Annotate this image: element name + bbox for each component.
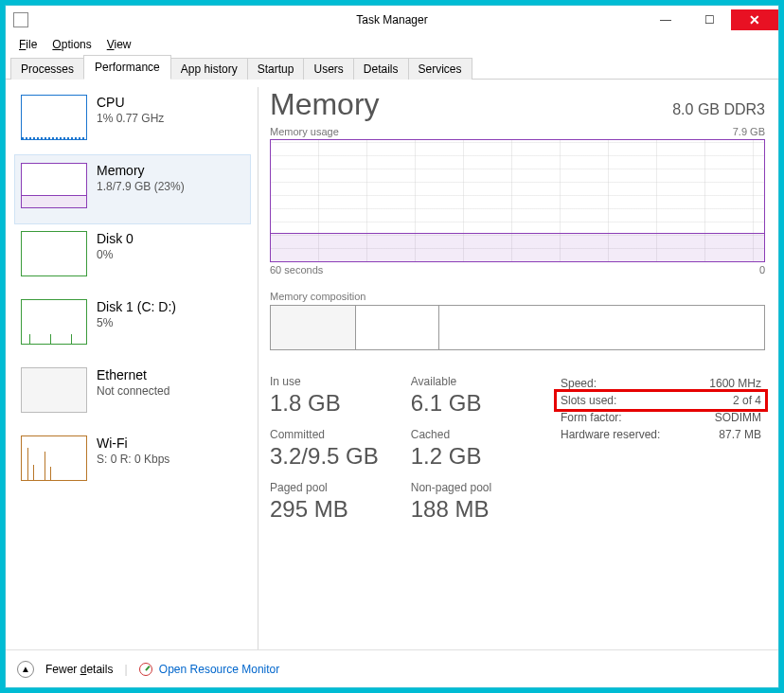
stat-label: Slots used: [561,394,616,407]
chevron-up-icon[interactable]: ▲ [17,661,34,678]
sidebar-label: Memory [97,163,185,178]
stat-paged-pool: Paged pool 295 MB [270,481,379,523]
titlebar[interactable]: Task Manager — ☐ ✕ [6,6,778,34]
memory-thumbnail [21,163,87,208]
separator: | [124,663,127,676]
close-button[interactable]: ✕ [731,9,778,30]
stat-cached: Cached 1.2 GB [411,428,491,470]
sidebar-label: Wi-Fi [97,435,169,451]
stat-value: SODIMM [715,411,761,424]
tab-processes[interactable]: Processes [10,58,84,80]
disk0-thumbnail [21,231,87,276]
resource-monitor-icon [139,663,152,676]
stats-section: In use 1.8 GB Available 6.1 GB Committed… [270,375,765,523]
menu-view[interactable]: View [99,36,139,53]
stat-value: 87.7 MB [719,428,761,441]
stat-nonpaged-pool: Non-paged pool 188 MB [411,481,491,523]
sidebar-sublabel: 5% [97,316,176,329]
tab-services[interactable]: Services [408,58,472,80]
sidebar-item-ethernet[interactable]: Ethernet Not connected [15,360,250,428]
sidebar-label: Disk 0 [97,231,134,246]
stat-label: Non-paged pool [411,481,491,494]
sidebar-sublabel: S: 0 R: 0 Kbps [97,453,169,466]
stat-value: 1.2 GB [411,443,491,470]
tab-details[interactable]: Details [353,58,409,80]
usage-label-row: Memory usage 7.9 GB [270,126,765,137]
stat-form-factor: Form factor: SODIMM [557,409,765,426]
sidebar-sublabel: 0% [97,248,134,261]
tab-app-history[interactable]: App history [170,58,248,80]
stat-label: Speed: [561,377,597,390]
stat-slots-used: Slots used: 2 of 4 [557,392,765,409]
stat-label: Hardware reserved: [561,428,660,441]
footer: ▲ Fewer details | Open Resource Monitor [6,649,778,687]
stat-available: Available 6.1 GB [411,375,491,417]
sidebar-item-disk0[interactable]: Disk 0 0% [15,223,250,292]
stat-label: In use [270,375,379,388]
tab-users[interactable]: Users [303,58,353,80]
stat-value: 3.2/9.5 GB [270,443,379,470]
task-manager-window: Task Manager — ☐ ✕ File Options View Pro… [5,5,779,688]
fewer-details-link[interactable]: Fewer details [45,663,113,676]
app-icon [13,12,28,27]
stat-value: 1.8 GB [270,390,379,417]
stat-value: 188 MB [411,496,491,523]
disk1-thumbnail [21,299,87,345]
composition-section: Memory composition [270,289,765,350]
stat-label: Paged pool [270,481,379,494]
composition-segment-3 [439,306,764,349]
tab-startup[interactable]: Startup [247,58,305,80]
usage-xaxis: 60 seconds 0 [270,264,765,275]
maximize-button[interactable]: ☐ [687,9,731,30]
open-resource-monitor[interactable]: Open Resource Monitor [139,663,280,676]
memory-usage-graph [270,139,765,262]
sidebar-label: Ethernet [97,367,169,382]
vertical-divider[interactable] [258,87,258,649]
stat-label: Available [411,375,491,388]
sidebar-label: Disk 1 (C: D:) [97,299,176,314]
sidebar: CPU 1% 0.77 GHz Memory 1.8/7.9 GB (23%) … [15,87,250,649]
page-title: Memory [270,87,380,122]
stats-right: Speed: 1600 MHz Slots used: 2 of 4 Form … [557,375,765,523]
stats-left: In use 1.8 GB Available 6.1 GB Committed… [270,375,491,523]
sidebar-item-disk1[interactable]: Disk 1 (C: D:) 5% [15,292,250,360]
usage-label: Memory usage [270,126,339,137]
sidebar-item-cpu[interactable]: CPU 1% 0.77 GHz [15,87,250,155]
stat-label: Form factor: [561,411,622,424]
tabbar: Processes Performance App history Startu… [6,55,778,80]
main-panel: Memory 8.0 GB DDR3 Memory usage 7.9 GB 6… [266,87,769,649]
ethernet-thumbnail [21,367,87,413]
window-title: Task Manager [356,13,427,27]
open-resource-monitor-link[interactable]: Open Resource Monitor [159,663,279,676]
stat-committed: Committed 3.2/9.5 GB [270,428,379,470]
stat-label: Cached [411,428,491,441]
composition-segment-2 [356,306,439,349]
cpu-thumbnail [21,95,87,140]
sidebar-label: CPU [97,95,164,110]
composition-segment-1 [271,306,356,349]
sidebar-sublabel: Not connected [97,384,169,398]
stat-in-use: In use 1.8 GB [270,375,379,417]
memory-capacity: 8.0 GB DDR3 [672,101,765,118]
stat-label: Committed [270,428,379,441]
menu-options[interactable]: Options [45,36,98,53]
xaxis-left: 60 seconds [270,264,323,275]
sidebar-item-memory[interactable]: Memory 1.8/7.9 GB (23%) [15,155,250,223]
tab-performance[interactable]: Performance [83,55,171,80]
wifi-thumbnail [21,435,87,481]
minimize-button[interactable]: — [644,9,687,30]
memory-composition-bar [270,305,765,350]
usage-max: 7.9 GB [733,126,765,137]
menubar: File Options View [6,34,778,55]
stat-value: 1600 MHz [709,377,761,390]
window-controls: — ☐ ✕ [644,9,778,30]
stat-speed: Speed: 1600 MHz [557,375,765,392]
sidebar-sublabel: 1% 0.77 GHz [97,112,164,125]
content: CPU 1% 0.77 GHz Memory 1.8/7.9 GB (23%) … [6,80,778,649]
sidebar-item-wifi[interactable]: Wi-Fi S: 0 R: 0 Kbps [15,428,250,496]
menu-file[interactable]: File [11,36,45,53]
stat-value: 295 MB [270,496,379,523]
stat-value: 6.1 GB [411,390,491,417]
main-header: Memory 8.0 GB DDR3 [270,87,765,122]
xaxis-right: 0 [759,264,765,275]
